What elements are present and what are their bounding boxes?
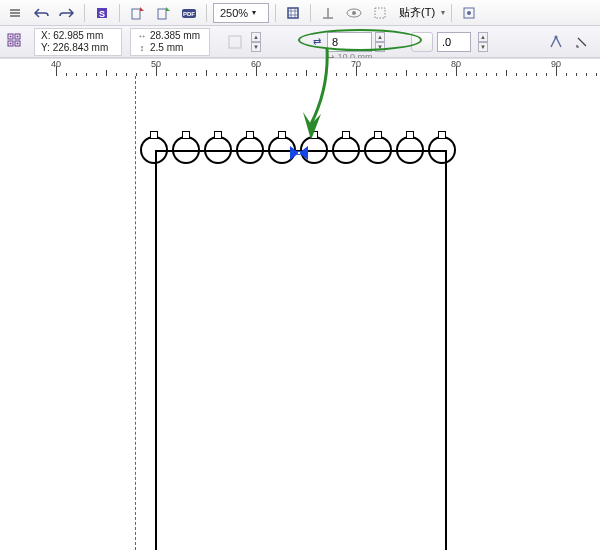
- circle-shape[interactable]: [428, 136, 456, 164]
- snap-guide-icon[interactable]: [317, 3, 339, 23]
- width-icon: ↔: [137, 30, 147, 42]
- node-handle[interactable]: [246, 131, 254, 139]
- fullscreen-icon[interactable]: [282, 3, 304, 23]
- main-toolbar: S PDF 250% ▾ 贴齐(T) ▾: [0, 0, 600, 26]
- copies-group: ⇄ 8 ▲ ▼ ↦ 10.0 mm: [313, 32, 385, 52]
- ruler-label: 50: [151, 59, 161, 69]
- circle-shape[interactable]: [172, 136, 200, 164]
- convert-anchor-icon[interactable]: [546, 32, 566, 52]
- circle-shape[interactable]: [268, 136, 296, 164]
- svg-point-24: [555, 35, 558, 38]
- copies-icon: ⇄: [313, 36, 327, 47]
- width-value: 28.385 mm: [150, 30, 200, 42]
- import-icon[interactable]: [126, 3, 148, 23]
- options-icon[interactable]: [458, 3, 480, 23]
- pdf-icon[interactable]: PDF: [178, 3, 200, 23]
- snap-menu[interactable]: 贴齐(T) ▾: [399, 5, 445, 20]
- corner-radius-input[interactable]: .0: [437, 32, 471, 52]
- svg-point-19: [10, 35, 12, 37]
- node-handle[interactable]: [150, 131, 158, 139]
- ruler-label: 60: [251, 59, 261, 69]
- y-label: Y:: [41, 42, 50, 53]
- circle-shape[interactable]: [396, 136, 424, 164]
- spin-down-icon[interactable]: ▼: [251, 42, 261, 52]
- dropdown-caret-icon: ▾: [252, 8, 264, 17]
- vertical-guide[interactable]: [135, 76, 136, 550]
- view-icon[interactable]: [343, 3, 365, 23]
- svg-text:S: S: [99, 9, 105, 19]
- more-options-icon[interactable]: [572, 32, 592, 52]
- node-handle[interactable]: [342, 131, 350, 139]
- svg-point-14: [467, 11, 471, 15]
- corner-spinner[interactable]: ▲ ▼: [478, 32, 488, 52]
- node-handle[interactable]: [214, 131, 222, 139]
- property-bar: X: 62.985 mm Y: 226.843 mm ↔28.385 mm ↕2…: [0, 26, 600, 58]
- snap-label: 贴齐(T): [399, 5, 435, 20]
- circle-shape[interactable]: [140, 136, 168, 164]
- svg-rect-9: [288, 8, 298, 18]
- ruler-label: 90: [551, 59, 561, 69]
- undo-button[interactable]: [30, 3, 52, 23]
- distribute-grid-icon[interactable]: [4, 30, 28, 54]
- size-readout: ↔28.385 mm ↕2.5 mm: [130, 28, 210, 56]
- node-handle[interactable]: [438, 131, 446, 139]
- zoom-level-input[interactable]: 250% ▾: [213, 3, 269, 23]
- export-icon[interactable]: [152, 3, 174, 23]
- spin-down-icon[interactable]: ▼: [478, 42, 488, 52]
- circle-shape[interactable]: [332, 136, 360, 164]
- ruler-label: 80: [451, 59, 461, 69]
- node-handle[interactable]: [310, 131, 318, 139]
- height-icon: ↕: [137, 42, 147, 54]
- corner-radius-value: .0: [442, 36, 451, 48]
- position-readout: X: 62.985 mm Y: 226.843 mm: [34, 28, 122, 56]
- dropdown-caret-icon: ▾: [441, 8, 445, 17]
- svg-point-21: [10, 42, 12, 44]
- x-label: X:: [41, 30, 50, 41]
- svg-point-20: [17, 35, 19, 37]
- ruler-label: 40: [51, 59, 61, 69]
- node-handle[interactable]: [278, 131, 286, 139]
- redo-button[interactable]: [56, 3, 78, 23]
- copies-value: 8: [332, 36, 338, 48]
- align-spinner[interactable]: ▲ ▼: [251, 32, 261, 52]
- spin-up-icon[interactable]: ▲: [251, 32, 261, 42]
- zoom-value: 250%: [220, 7, 248, 19]
- spin-up-icon[interactable]: ▲: [375, 32, 385, 42]
- propbar-right-icons: [546, 32, 596, 52]
- ruler-label: 70: [351, 59, 361, 69]
- script-icon[interactable]: S: [91, 3, 113, 23]
- dotted-frame-icon[interactable]: [369, 3, 391, 23]
- x-value: 62.985 mm: [53, 30, 103, 41]
- svg-rect-0: [10, 9, 20, 11]
- circle-shape[interactable]: [364, 136, 392, 164]
- svg-rect-1: [10, 12, 20, 14]
- svg-rect-2: [10, 15, 20, 17]
- page-rectangle[interactable]: [155, 150, 447, 550]
- y-value: 226.843 mm: [53, 42, 109, 53]
- node-handle[interactable]: [182, 131, 190, 139]
- svg-rect-5: [132, 9, 140, 19]
- svg-rect-6: [158, 9, 166, 19]
- corner-group: .0 ▲ ▼: [411, 32, 488, 52]
- circles-row[interactable]: [140, 136, 462, 166]
- height-value: 2.5 mm: [150, 42, 183, 54]
- align-button: [224, 32, 246, 52]
- corner-style-button[interactable]: [411, 32, 433, 52]
- spin-up-icon[interactable]: ▲: [478, 32, 488, 42]
- svg-text:PDF: PDF: [183, 11, 195, 17]
- circle-shape[interactable]: [204, 136, 232, 164]
- svg-point-22: [17, 42, 19, 44]
- svg-rect-12: [375, 8, 385, 18]
- copies-spinner[interactable]: ▲ ▼: [375, 32, 385, 52]
- svg-rect-23: [229, 36, 241, 48]
- node-handle[interactable]: [374, 131, 382, 139]
- node-handle[interactable]: [406, 131, 414, 139]
- app-menu-icon[interactable]: [4, 3, 26, 23]
- copies-input[interactable]: 8: [327, 32, 372, 52]
- spin-down-icon[interactable]: ▼: [375, 42, 385, 52]
- circle-shape[interactable]: [300, 136, 328, 164]
- svg-point-11: [352, 11, 356, 15]
- circle-shape[interactable]: [236, 136, 264, 164]
- drawing-canvas[interactable]: [0, 76, 600, 550]
- horizontal-ruler[interactable]: 405060708090: [0, 58, 600, 76]
